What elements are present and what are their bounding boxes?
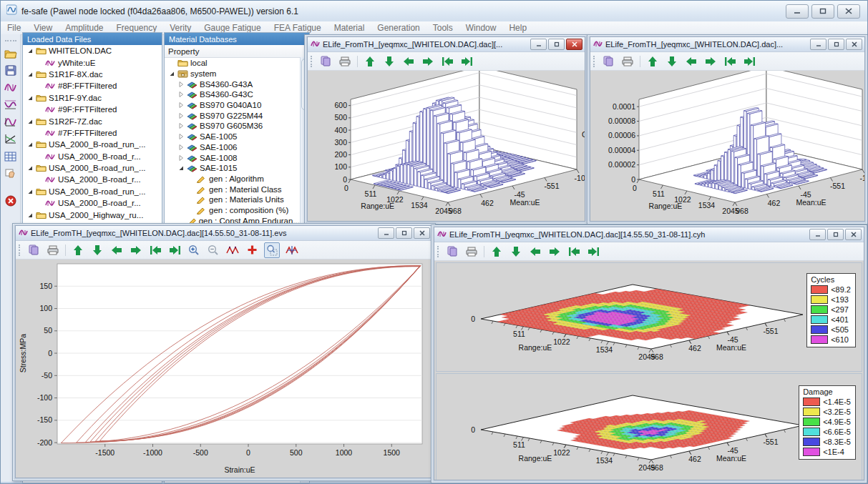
arrow-last-icon[interactable] bbox=[742, 54, 756, 69]
arrow-down-icon[interactable] bbox=[382, 54, 396, 69]
tree-item-gen-material-class[interactable]: gen : Material Class bbox=[165, 184, 300, 194]
tree-item-gen-algorithm[interactable]: gen : Algorithm bbox=[165, 174, 300, 184]
arrow-up-icon[interactable] bbox=[645, 54, 660, 69]
expander-expanded[interactable] bbox=[177, 164, 185, 172]
menu-window[interactable]: Window bbox=[459, 22, 503, 34]
arrow-up-icon[interactable] bbox=[363, 54, 377, 69]
child-restore-button[interactable] bbox=[396, 227, 412, 239]
maximize-button[interactable] bbox=[811, 4, 834, 19]
child-minimize-button[interactable] bbox=[810, 39, 826, 50]
arrow-first-icon[interactable] bbox=[567, 245, 581, 259]
zoom-out-icon[interactable] bbox=[206, 243, 220, 257]
arrow-right-icon[interactable] bbox=[129, 243, 143, 257]
child-titlebar[interactable]: ELife_FromTH_[yeqmxc_[WHITELON.DAC].dac]… bbox=[16, 226, 432, 241]
expander-collapsed[interactable] bbox=[177, 144, 185, 151]
tree-item-usa-2000-b-road-r[interactable]: USA_2000_B-road_r... bbox=[23, 151, 162, 162]
tree-item-s1r1f-9y-dac[interactable]: S1R1F-9Y.dac bbox=[23, 92, 162, 104]
arrow-up-icon[interactable] bbox=[71, 243, 85, 257]
tree-item-ywhite-ue[interactable]: yWhite:uE bbox=[23, 56, 162, 68]
child-close-button[interactable] bbox=[566, 39, 582, 50]
zoom-box-icon[interactable] bbox=[264, 242, 280, 258]
tree-item-sae-1015[interactable]: SAE-1015 bbox=[165, 163, 300, 174]
red-wave-icon[interactable] bbox=[285, 243, 299, 257]
signal-properties-icon[interactable] bbox=[4, 115, 18, 129]
child-minimize-button[interactable] bbox=[809, 229, 826, 240]
expander-collapsed[interactable] bbox=[177, 102, 185, 109]
print-icon[interactable] bbox=[464, 245, 479, 259]
copy-icon[interactable] bbox=[26, 243, 41, 257]
expander-expanded[interactable] bbox=[26, 141, 34, 148]
tree-item-sae-1005[interactable]: SAE-1005 bbox=[165, 132, 300, 142]
menu-material[interactable]: Material bbox=[328, 22, 371, 34]
arrow-down-icon[interactable] bbox=[509, 245, 523, 259]
child-restore-button[interactable] bbox=[828, 39, 844, 50]
close-button[interactable] bbox=[837, 4, 860, 19]
tree-item-sae-1008[interactable]: SAE-1008 bbox=[165, 152, 300, 163]
hand-tool-icon[interactable] bbox=[4, 167, 18, 180]
menu-tools[interactable]: Tools bbox=[426, 22, 459, 34]
tree-item-bs970-g605m36[interactable]: BS970 G605M36 bbox=[165, 121, 300, 132]
tree-item-whitelon-dac[interactable]: WHITELON.DAC bbox=[23, 45, 162, 56]
menu-help[interactable]: Help bbox=[502, 22, 533, 34]
expander-collapsed[interactable] bbox=[177, 81, 185, 88]
xy-plot-icon[interactable] bbox=[4, 132, 18, 146]
tree-item-sae-1006[interactable]: SAE-1006 bbox=[165, 142, 300, 153]
arrow-left-icon[interactable] bbox=[528, 245, 542, 259]
arrow-right-icon[interactable] bbox=[703, 54, 718, 69]
arrow-left-icon[interactable] bbox=[684, 54, 698, 69]
arrow-right-icon[interactable] bbox=[421, 54, 435, 69]
expander-collapsed[interactable] bbox=[177, 154, 185, 162]
arrow-last-icon[interactable] bbox=[167, 243, 182, 257]
expander-expanded[interactable] bbox=[26, 118, 34, 125]
tree-item-8f-fftfiltered[interactable]: #8F:FFTFiltered bbox=[23, 80, 162, 92]
stop-icon[interactable] bbox=[4, 194, 18, 207]
arrow-last-icon[interactable] bbox=[586, 245, 600, 259]
child-titlebar[interactable]: ELife_FromTH_[yeqmxc_[WHITELON.DAC].dac]… bbox=[434, 227, 864, 242]
tree-item-local[interactable]: local bbox=[165, 58, 300, 69]
expander-expanded[interactable] bbox=[26, 188, 34, 195]
expander-expanded[interactable] bbox=[26, 47, 34, 54]
signal-filter-icon[interactable] bbox=[4, 98, 18, 112]
arrow-up-icon[interactable] bbox=[489, 245, 504, 259]
toolbar-drag-handle[interactable] bbox=[5, 40, 16, 41]
tree-item-9f-fftfiltered[interactable]: #9F:FFTFiltered bbox=[23, 104, 162, 115]
menu-generation[interactable]: Generation bbox=[371, 22, 426, 34]
child-close-button[interactable] bbox=[845, 229, 862, 240]
tree-item-bs4360-g43c[interactable]: BS4360-G43C bbox=[165, 89, 300, 100]
red-cycle-icon[interactable] bbox=[225, 243, 240, 257]
print-icon[interactable] bbox=[46, 243, 60, 257]
save-file-icon[interactable] bbox=[4, 64, 18, 77]
tree-item-usa-2000-b-road-run[interactable]: USA_2000_B-road_run_... bbox=[23, 162, 162, 174]
copy-icon[interactable] bbox=[318, 54, 333, 69]
arrow-first-icon[interactable] bbox=[440, 54, 454, 69]
tree-item-usa-2000-b-road-r[interactable]: USA_2000_B-road_r... bbox=[23, 197, 162, 209]
copy-icon[interactable] bbox=[445, 245, 459, 259]
child-restore-button[interactable] bbox=[827, 229, 844, 240]
signal-generate-icon[interactable] bbox=[4, 81, 18, 94]
tree-item-usa-2000-highway-ru[interactable]: USA_2000_Highway_ru... bbox=[23, 209, 162, 220]
arrow-first-icon[interactable] bbox=[148, 243, 162, 257]
child-minimize-button[interactable] bbox=[530, 39, 547, 50]
tree-item-s1r1f-8x-dac[interactable]: S1R1F-8X.dac bbox=[23, 69, 162, 80]
child-titlebar[interactable]: ELife_FromTH_[yeqmxc_[WHITELON.DAC].dac]… bbox=[308, 37, 585, 52]
panel-header[interactable]: Material Databases bbox=[165, 33, 309, 45]
expander-expanded[interactable] bbox=[26, 164, 34, 172]
main-titlebar[interactable]: fe-safe (Pawel node locked (f04da26aa806… bbox=[1, 1, 867, 22]
child-close-button[interactable] bbox=[846, 39, 862, 50]
tree-item-s1r2f-7z-dac[interactable]: S1R2F-7Z.dac bbox=[23, 115, 162, 127]
tree-item-system[interactable]: system bbox=[165, 69, 300, 79]
tree-item-usa-2000-b-road-run[interactable]: USA_2000_B-road_run_... bbox=[23, 186, 162, 197]
tree-item-bs970-g040a10[interactable]: BS970 G040A10 bbox=[165, 100, 300, 111]
child-restore-button[interactable] bbox=[548, 39, 565, 50]
zoom-in-icon[interactable] bbox=[187, 243, 201, 257]
arrow-left-icon[interactable] bbox=[109, 243, 124, 257]
panel-header[interactable]: Loaded Data Files bbox=[23, 33, 162, 45]
expander-collapsed[interactable] bbox=[177, 133, 185, 140]
child-close-button[interactable] bbox=[414, 227, 430, 239]
tree-item-gen-materials-units[interactable]: gen : Materials Units bbox=[165, 194, 300, 205]
arrow-right-icon[interactable] bbox=[547, 245, 562, 259]
expander-expanded[interactable] bbox=[26, 212, 34, 219]
expander-collapsed[interactable] bbox=[177, 112, 185, 119]
data-table-icon[interactable] bbox=[4, 149, 18, 163]
minimize-button[interactable] bbox=[786, 4, 809, 19]
